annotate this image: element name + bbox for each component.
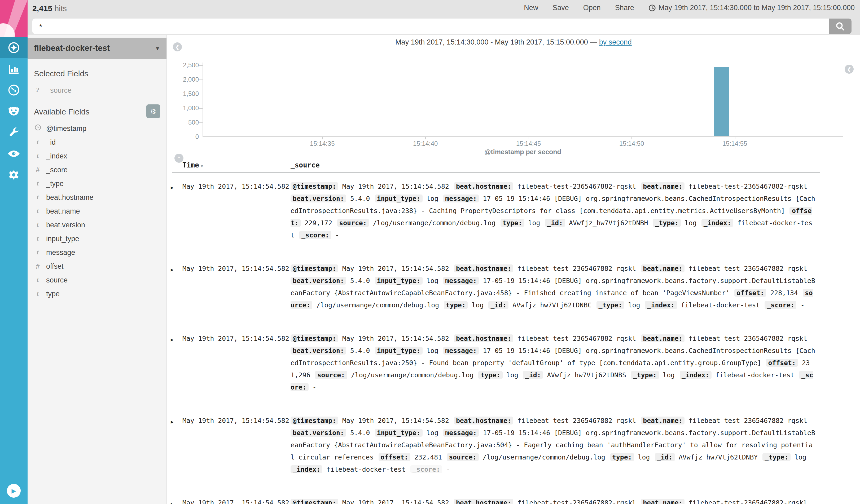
- nav-item-dashboard[interactable]: [0, 79, 28, 101]
- field-value-pair: offset: 228,134: [734, 289, 798, 297]
- field-name: beat.name: [46, 207, 80, 215]
- field-name: type: [46, 290, 60, 298]
- nav-item-monitoring[interactable]: [0, 143, 28, 164]
- x-tick-label: 15:14:50: [608, 140, 656, 147]
- x-tick-mark: [735, 137, 735, 139]
- menu-share[interactable]: Share: [615, 4, 634, 12]
- caret-right-icon: ▶: [171, 185, 174, 190]
- field-value: /log/usermange/common/debug.log: [369, 219, 496, 227]
- field-value-pair: type: log: [444, 301, 484, 309]
- expand-nav-button[interactable]: ▶: [7, 484, 21, 498]
- field-value: AVwfjz_hw7Vtj62tDNBC: [508, 301, 591, 309]
- field-value-pair: beat.version: 5.4.0: [290, 429, 370, 437]
- row-time: May 19th 2017, 15:14:54.582: [182, 180, 290, 241]
- field-value: log: [634, 453, 650, 461]
- search-button[interactable]: [829, 18, 851, 34]
- y-tick-label: 2,000: [171, 76, 199, 83]
- field-item-beat.version[interactable]: tbeat.version: [34, 218, 160, 232]
- field-value-pair: beat.hostname: filebeat-test-2365467882-…: [454, 182, 636, 190]
- time-picker[interactable]: May 19th 2017, 15:14:30.000 to May 19th …: [648, 4, 855, 12]
- column-header-time[interactable]: Time▼: [182, 161, 203, 169]
- field-item-_id[interactable]: t_id: [34, 135, 160, 149]
- field-key-badge: source:: [315, 371, 347, 379]
- index-pattern-selector[interactable]: filebeat-docker-test ▼: [28, 38, 167, 59]
- field-item-_index[interactable]: t_index: [34, 149, 160, 163]
- clock-icon: [648, 4, 656, 11]
- field-value-pair: beat.hostname: filebeat-test-2365467882-…: [454, 499, 636, 504]
- field-item-beat.name[interactable]: tbeat.name: [34, 204, 160, 218]
- selected-fields-list: ?_source: [34, 83, 160, 97]
- expand-row-button[interactable]: ▶: [171, 414, 182, 475]
- bar-chart-icon: [8, 62, 20, 75]
- chart-page-left-button[interactable]: ❮: [845, 65, 854, 74]
- caret-right-icon: ▶: [171, 267, 174, 272]
- field-item-offset[interactable]: #offset: [34, 259, 160, 273]
- field-key-badge: _score:: [411, 465, 442, 473]
- search-input[interactable]: [32, 18, 829, 34]
- field-item-_source[interactable]: ?_source: [34, 83, 160, 97]
- interval-link[interactable]: by second: [599, 38, 632, 46]
- field-value: log: [681, 219, 697, 227]
- field-value-pair: _index: filebeat-docker-test: [645, 301, 760, 309]
- expand-row-button[interactable]: ▶: [171, 332, 182, 393]
- expand-row-button[interactable]: ▶: [171, 496, 182, 504]
- field-name: offset: [46, 262, 63, 270]
- field-key-badge: message:: [443, 346, 479, 355]
- expand-row-button[interactable]: ▶: [171, 262, 182, 311]
- field-value: May 19th 2017, 15:14:54.582: [338, 182, 449, 190]
- y-tick-label: 2,500: [171, 61, 199, 69]
- field-item-message[interactable]: tmessage: [34, 246, 160, 259]
- expand-row-button[interactable]: ▶: [171, 180, 182, 241]
- x-tick-mark: [632, 137, 632, 139]
- field-item-beat.hostname[interactable]: tbeat.hostname: [34, 190, 160, 204]
- field-settings-button[interactable]: ⚙: [146, 104, 160, 118]
- field-item-_score[interactable]: #_score: [34, 163, 160, 177]
- row-time: May 19th 2017, 15:14:54.582: [182, 414, 290, 475]
- field-value-pair: _type: log: [653, 219, 697, 227]
- field-item-input_type[interactable]: tinput_type: [34, 232, 160, 246]
- kibana-discover-app: 2,415 hits New Save Open Share May 19th …: [0, 0, 860, 504]
- y-tick-label: 1,500: [171, 90, 199, 98]
- hits-summary: 2,415 hits: [32, 4, 67, 13]
- number-field-icon: #: [34, 262, 41, 270]
- nav-item-dev-tools[interactable]: [0, 122, 28, 143]
- field-value: May 19th 2017, 15:14:54.582: [338, 335, 449, 342]
- nav-item-visualize[interactable]: [0, 58, 28, 79]
- field-item-source[interactable]: tsource: [34, 273, 160, 287]
- kibana-logo[interactable]: [0, 0, 28, 37]
- field-value: filebeat-docker-test: [711, 371, 794, 379]
- field-item-type[interactable]: ttype: [34, 287, 160, 300]
- field-key-badge: input_type:: [375, 277, 422, 285]
- menu-new[interactable]: New: [524, 4, 538, 12]
- menu-open[interactable]: Open: [583, 4, 601, 12]
- table-row: ▶May 19th 2017, 15:14:54.582@timestamp: …: [167, 258, 860, 311]
- nav-item-management[interactable]: [0, 164, 28, 186]
- nav-item-discover[interactable]: [0, 37, 28, 58]
- gauge-icon: [8, 84, 20, 97]
- field-key-badge: _type:: [631, 371, 659, 379]
- field-value: log: [624, 301, 640, 309]
- field-value: log: [422, 194, 439, 203]
- clock-field-icon: [34, 124, 41, 133]
- field-key-badge: _type:: [653, 219, 681, 227]
- field-value-pair: type: log: [478, 371, 518, 379]
- field-key-badge: beat.hostname:: [454, 499, 514, 504]
- field-item-@timestamp[interactable]: @timestamp: [34, 121, 160, 135]
- field-item-_type[interactable]: t_type: [34, 177, 160, 190]
- field-name: source: [46, 276, 68, 284]
- menu-save[interactable]: Save: [553, 4, 569, 12]
- string-field-icon: t: [34, 179, 41, 188]
- title-separator: —: [590, 38, 597, 46]
- field-key-badge: type:: [500, 219, 525, 227]
- nav-item-timelion[interactable]: [0, 101, 28, 122]
- field-value-pair: beat.name: filebeat-test-2365467882-rqsk…: [641, 417, 807, 425]
- field-value: log: [468, 301, 484, 309]
- field-key-badge: beat.version:: [290, 277, 346, 285]
- unknown-field-icon: ?: [34, 86, 41, 94]
- field-key-badge: beat.name:: [641, 335, 685, 342]
- field-value: May 19th 2017, 15:14:54.582: [338, 499, 449, 504]
- field-value: AVwfjz_hw7Vtj62tDNBY: [675, 453, 758, 461]
- field-key-badge: _type:: [596, 301, 624, 309]
- collapse-histogram-button[interactable]: ⌃: [174, 154, 184, 163]
- histogram-bar-15:14:54[interactable]: [714, 67, 729, 136]
